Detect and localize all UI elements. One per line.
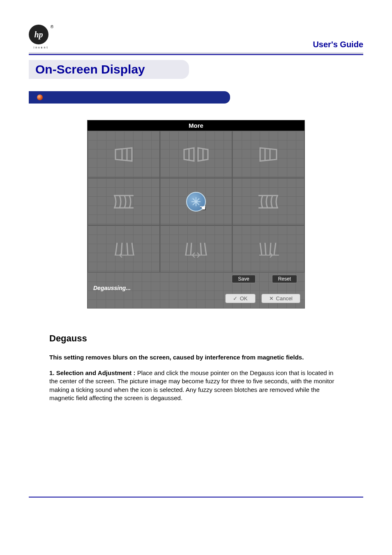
osd-window: More ☚ [87,120,305,309]
sub-header-strip [29,91,363,104]
hp-logo-mark: hp [29,25,48,44]
page-title-bar: On-Screen Display [29,60,363,79]
osd-icon-grid: ☚ [88,131,304,272]
parallelogram-balance-icon[interactable] [160,131,232,178]
step-label: 1. Selection and Adjustment : [49,369,135,376]
trapezoid-right-icon[interactable] [232,225,304,272]
ok-label: OK [240,295,248,302]
pincushion-right-icon[interactable] [232,178,304,225]
blue-strip [29,91,230,104]
footer-rule [29,497,363,497]
section-intro: This setting removes blurs on the screen… [49,354,343,361]
hp-logo: hp ® invent [29,25,53,49]
save-button[interactable]: Save [232,275,255,283]
pincushion-left-icon[interactable] [88,178,160,225]
parallelogram-left-icon[interactable] [88,131,160,178]
step-paragraph: 1. Selection and Adjustment : Place and … [49,369,343,402]
page-title-pill: On-Screen Display [29,60,189,79]
osd-top-buttons: Save Reset [92,275,300,283]
hp-logo-subtext: invent [29,46,53,49]
reset-button[interactable]: Reset [272,275,297,283]
header-rule [29,53,363,55]
trapezoid-left-icon[interactable] [88,225,160,272]
parallelogram-right-icon[interactable] [232,131,304,178]
osd-screenshot: More ☚ [29,120,363,309]
section-heading: Degauss [49,333,343,344]
osd-footer: Save Reset Degaussing... ✓ OK ✕ Cancel [88,272,304,308]
osd-status-text: Degaussing... [93,285,300,291]
ok-button[interactable]: ✓ OK [225,294,256,303]
cancel-label: Cancel [276,295,293,302]
document-title: User's Guide [313,40,363,49]
bullet-icon [37,94,43,100]
osd-bottom-buttons: ✓ OK ✕ Cancel [92,294,300,303]
check-icon: ✓ [233,295,238,302]
registered-symbol: ® [51,25,53,29]
cancel-button[interactable]: ✕ Cancel [261,294,300,303]
page-title: On-Screen Display [35,62,182,76]
cursor-icon: ☚ [199,203,206,212]
degauss-icon[interactable]: ☚ [160,178,232,225]
trapezoid-balance-icon[interactable] [160,225,232,272]
x-icon: ✕ [269,295,274,302]
content-section: Degauss This setting removes blurs on th… [29,333,363,402]
osd-title-bar: More [88,120,304,131]
document-header: hp ® invent User's Guide [29,25,363,49]
